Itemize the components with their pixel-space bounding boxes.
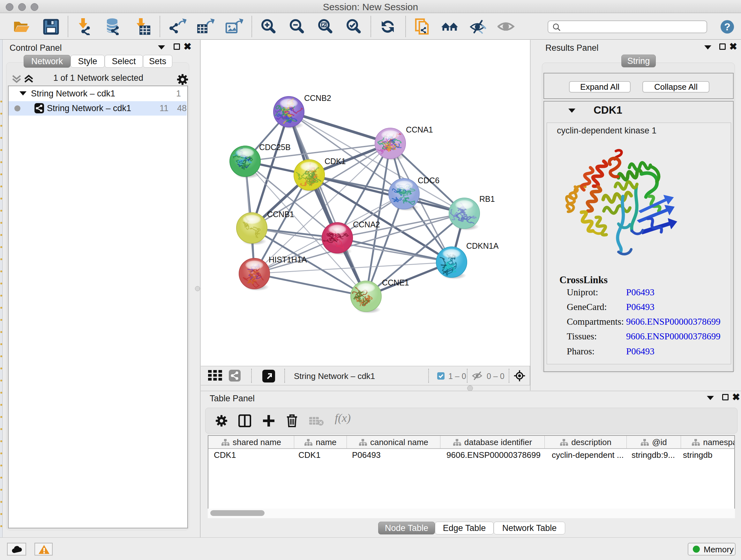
- svg-text:RB1: RB1: [479, 194, 495, 203]
- svg-text:CDK1: CDK1: [325, 157, 346, 166]
- svg-text:CCNA1: CCNA1: [406, 125, 433, 134]
- svg-text:CCNE1: CCNE1: [382, 278, 409, 287]
- svg-text:CDKN1A: CDKN1A: [466, 241, 499, 250]
- svg-text:?: ?: [724, 21, 731, 33]
- svg-text:CDC25B: CDC25B: [259, 143, 291, 152]
- svg-text:CCNB1: CCNB1: [267, 210, 294, 219]
- svg-text:HIST1H1A: HIST1H1A: [269, 255, 307, 264]
- svg-text:CDC6: CDC6: [418, 176, 440, 185]
- svg-text:CCNA2: CCNA2: [353, 220, 380, 229]
- svg-text:CCNB2: CCNB2: [304, 94, 331, 103]
